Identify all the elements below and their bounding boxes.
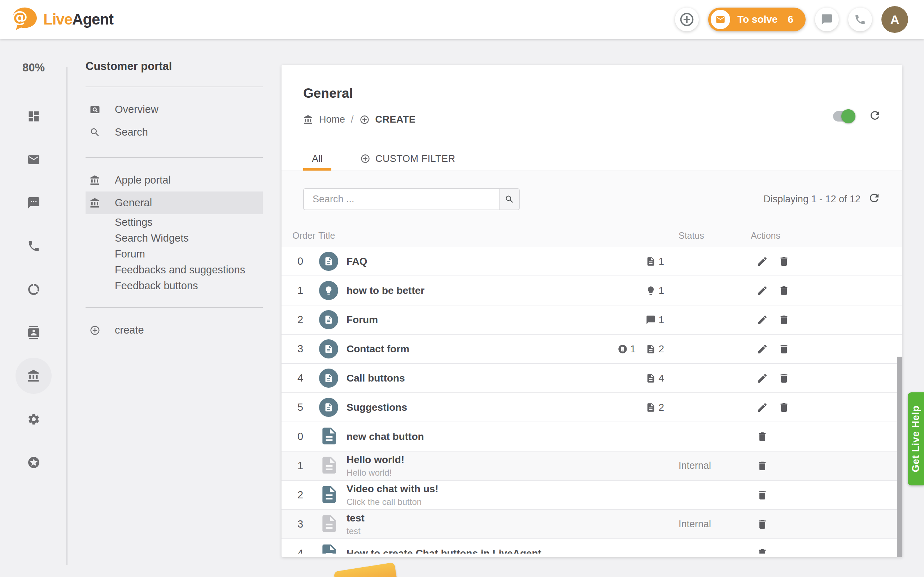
row-actions (754, 548, 902, 554)
calls-button[interactable] (848, 8, 872, 31)
delete-button[interactable] (778, 256, 790, 267)
quick-add-button[interactable] (675, 8, 699, 31)
settings-icon (27, 413, 40, 426)
chat-bubble-icon (821, 13, 833, 26)
bulb-circle-icon (319, 281, 338, 300)
chatfill-icon (646, 315, 656, 325)
custom-filter-plus-icon (360, 154, 370, 164)
customer-portal-sidebar: Customer portal OverviewSearchApple port… (68, 39, 263, 342)
row-title[interactable]: Call buttons (347, 372, 592, 384)
doc-icon (646, 256, 656, 266)
get-live-help-tab[interactable]: Get Live Help (908, 392, 924, 485)
rail-item-configuration[interactable] (12, 397, 55, 441)
doc-icon (319, 543, 339, 554)
row-actions (754, 372, 902, 384)
delete-button[interactable] (778, 372, 790, 384)
breadcrumb-separator: / (351, 114, 354, 125)
table-row: 0FAQ1 (281, 247, 902, 276)
row-title-cell: How to create Chat buttons in LiveAgent (347, 548, 592, 554)
sidebar-item-settings[interactable]: Settings (86, 214, 263, 230)
delete-button[interactable] (756, 460, 768, 472)
rail-item-gamification[interactable] (12, 441, 55, 484)
tab-custom-filter[interactable]: CUSTOM FILTER (352, 147, 464, 171)
delete-button[interactable] (756, 489, 768, 501)
bulb-icon (324, 285, 333, 295)
edit-button[interactable] (756, 256, 768, 267)
doc-icon (324, 315, 333, 324)
delete-button[interactable] (778, 285, 790, 297)
row-title[interactable]: Forum (347, 314, 592, 326)
rail-item-dashboard[interactable] (12, 95, 55, 138)
edit-button[interactable] (756, 285, 768, 297)
refresh-button[interactable] (868, 109, 881, 123)
rail-item-contacts[interactable] (12, 311, 55, 354)
pencil-icon (756, 402, 768, 413)
table-refresh-button[interactable] (868, 192, 881, 207)
row-title[interactable]: Hello world! (347, 454, 592, 466)
to-solve-label: To solve (737, 14, 778, 25)
search-box (303, 188, 520, 210)
row-title[interactable]: Suggestions (347, 402, 592, 413)
table-rows: 0FAQ11how to be better12Forum13Contact f… (281, 247, 902, 554)
row-title[interactable]: new chat button (347, 431, 592, 443)
row-title[interactable]: how to be better (347, 285, 592, 297)
row-title-cell: new chat button (347, 431, 592, 443)
edit-button[interactable] (756, 402, 768, 413)
edit-button[interactable] (756, 343, 768, 355)
sidebar-item-feedbacks-and-suggestions[interactable]: Feedbacks and suggestions (86, 262, 263, 278)
row-title[interactable]: Contact form (347, 343, 592, 355)
search-icon (89, 127, 100, 138)
sidebar-item-general[interactable]: General (86, 192, 263, 214)
article-file-icon (319, 455, 339, 477)
mail-icon (27, 153, 40, 166)
sidebar-item-label: Overview (115, 103, 158, 115)
rail-item-tickets[interactable] (12, 138, 55, 181)
breadcrumb-create[interactable]: CREATE (375, 114, 416, 125)
sidebar-item-search-widgets[interactable]: Search Widgets (86, 230, 263, 246)
breadcrumb-home[interactable]: Home (319, 114, 345, 125)
delete-button[interactable] (756, 548, 768, 554)
chats-button[interactable] (815, 8, 839, 31)
search-input[interactable] (303, 188, 499, 210)
chat-widget-peek[interactable] (333, 562, 397, 577)
row-order: 2 (281, 314, 319, 326)
edit-button[interactable] (756, 372, 768, 384)
delete-button[interactable] (778, 314, 790, 326)
logo-text: LiveAgent (43, 11, 113, 28)
delete-button[interactable] (756, 431, 768, 443)
user-avatar[interactable]: A (881, 6, 908, 33)
row-avatar (319, 514, 347, 535)
rail-item-reports[interactable] (12, 268, 55, 311)
sidebar-divider (86, 157, 263, 158)
row-avatar (319, 426, 347, 448)
enabled-toggle[interactable] (833, 111, 854, 121)
row-title[interactable]: FAQ (347, 256, 592, 267)
trash-icon (778, 285, 790, 297)
sidebar-item-search[interactable]: Search (86, 121, 263, 143)
bulb-icon (646, 285, 656, 296)
table-scrollbar[interactable] (897, 357, 902, 557)
sidebar-item-feedback-buttons[interactable]: Feedback buttons (86, 278, 263, 293)
delete-button[interactable] (778, 402, 790, 413)
sidebar-item-create[interactable]: create (86, 319, 263, 342)
sidebar-item-apple-portal[interactable]: Apple portal (86, 169, 263, 192)
row-title[interactable]: Video chat with us! (347, 483, 592, 495)
sidebar-item-label: Search (115, 126, 148, 138)
sidebar-item-forum[interactable]: Forum (86, 246, 263, 262)
search-button[interactable] (499, 188, 520, 210)
rail-item-chats[interactable] (12, 181, 55, 224)
count-circledoc: 1 (617, 343, 636, 355)
delete-button[interactable] (756, 519, 768, 530)
row-actions (754, 460, 902, 472)
sidebar-item-overview[interactable]: Overview (86, 98, 263, 121)
to-solve-button[interactable]: To solve 6 (708, 8, 806, 31)
edit-button[interactable] (756, 314, 768, 326)
row-title-cell: Video chat with us!Click the call button (347, 483, 592, 507)
delete-button[interactable] (778, 343, 790, 355)
rail-item-customer-portal[interactable] (12, 354, 55, 397)
liveagent-app: @ LiveAgent To solve 6 A 80% Customer po… (0, 0, 924, 577)
rail-item-calls[interactable] (12, 224, 55, 268)
row-title[interactable]: How to create Chat buttons in LiveAgent (347, 548, 592, 554)
tab-all[interactable]: All (303, 147, 331, 171)
row-title[interactable]: test (347, 513, 592, 524)
